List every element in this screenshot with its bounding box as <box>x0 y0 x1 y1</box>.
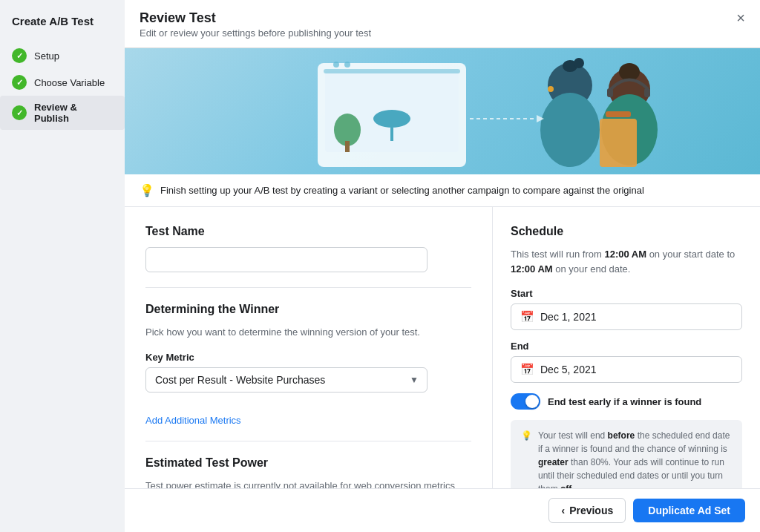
previous-button[interactable]: ‹ Previous <box>548 498 626 523</box>
toggle-row: End test early if a winner is found <box>511 393 742 410</box>
key-metric-select-wrapper: Cost per Result - Website Purchases ▼ <box>145 367 428 393</box>
test-name-title: Test Name <box>145 225 471 238</box>
sidebar-title: Create A/B Test <box>0 15 125 42</box>
svg-point-8 <box>344 62 350 68</box>
schedule-title: Schedule <box>511 225 742 238</box>
key-metric-group: Key Metric Cost per Result - Website Pur… <box>145 352 471 393</box>
test-power-section: Estimated Test Power Test power estimate… <box>145 456 471 489</box>
sidebar-item-label-setup: Setup <box>34 50 59 62</box>
calendar-icon-end: 📅 <box>520 363 534 376</box>
svg-point-4 <box>373 110 410 128</box>
toggle-label: End test early if a winner is found <box>548 396 701 407</box>
svg-rect-17 <box>600 119 637 167</box>
svg-point-15 <box>619 63 640 81</box>
winner-desc: Pick how you want to determine the winni… <box>145 325 471 340</box>
sidebar-item-label-review-publish: Review & Publish <box>34 102 113 124</box>
check-icon-choose-variable <box>12 75 27 90</box>
check-icon-review-publish <box>12 105 27 120</box>
end-date-field[interactable]: 📅 Dec 5, 2021 <box>511 356 742 383</box>
schedule-desc: This test will run from 12:00 AM on your… <box>511 247 742 276</box>
hero-illustration <box>125 48 760 174</box>
end-label: End <box>511 341 742 352</box>
right-panel: Schedule This test will run from 12:00 A… <box>493 207 760 488</box>
modal-subtitle: Edit or review your settings before publ… <box>140 27 371 39</box>
svg-point-12 <box>540 93 600 167</box>
sidebar-item-setup[interactable]: Setup <box>0 42 125 69</box>
end-early-toggle[interactable] <box>511 393 540 410</box>
schedule-info-box: 💡 Your test will end before the schedule… <box>511 420 742 488</box>
lightbulb-icon-schedule: 💡 <box>521 429 532 488</box>
svg-rect-6 <box>324 69 460 73</box>
check-icon-setup <box>12 48 27 63</box>
calendar-icon-start: 📅 <box>520 310 534 324</box>
test-power-title: Estimated Test Power <box>145 456 471 470</box>
svg-point-13 <box>548 86 554 92</box>
key-metric-label: Key Metric <box>145 352 471 363</box>
modal: Create A/B Test Setup Choose Variable Re… <box>0 0 760 532</box>
info-bar: 💡 Finish setting up your A/B test by cre… <box>125 174 760 207</box>
hero-banner <box>125 48 760 174</box>
header-text: Review Test Edit or review your settings… <box>140 10 371 39</box>
modal-footer: ‹ Previous Duplicate Ad Set <box>125 488 760 532</box>
winner-section: Determining the Winner Pick how you want… <box>145 303 471 426</box>
modal-header: Review Test Edit or review your settings… <box>125 0 760 48</box>
start-date-field[interactable]: 📅 Dec 1, 2021 <box>511 303 742 330</box>
start-label: Start <box>511 288 742 299</box>
sidebar-item-choose-variable[interactable]: Choose Variable <box>0 69 125 96</box>
end-date-value: Dec 5, 2021 <box>540 364 597 375</box>
divider-1 <box>145 287 471 288</box>
svg-point-7 <box>333 62 339 68</box>
divider-2 <box>145 441 471 441</box>
sidebar: Create A/B Test Setup Choose Variable Re… <box>0 0 125 532</box>
test-name-input[interactable]: Audience Test <box>145 247 428 272</box>
add-additional-metrics-link[interactable]: Add Additional Metrics <box>145 415 241 426</box>
svg-rect-19 <box>607 88 613 97</box>
close-button[interactable]: × <box>736 10 745 25</box>
svg-point-11 <box>574 58 584 68</box>
previous-label: Previous <box>569 505 613 516</box>
lightbulb-icon: 💡 <box>140 183 154 197</box>
start-date-value: Dec 1, 2021 <box>540 311 597 323</box>
duplicate-ad-set-button[interactable]: Duplicate Ad Set <box>633 499 745 522</box>
sidebar-item-review-publish[interactable]: Review & Publish <box>0 96 125 130</box>
modal-title: Review Test <box>140 10 371 26</box>
chevron-left-icon: ‹ <box>561 505 565 516</box>
test-power-desc: Test power estimate is currently not ava… <box>145 479 471 489</box>
left-panel: Test Name Audience Test Determining the … <box>125 207 493 488</box>
sidebar-item-label-choose-variable: Choose Variable <box>34 77 105 88</box>
content-area: Test Name Audience Test Determining the … <box>125 207 760 488</box>
winner-title: Determining the Winner <box>145 303 471 316</box>
schedule-info-text: Your test will end before the scheduled … <box>538 429 732 488</box>
svg-rect-20 <box>644 88 650 97</box>
test-name-section: Test Name Audience Test <box>145 225 471 272</box>
main-panel: Review Test Edit or review your settings… <box>125 0 760 532</box>
svg-rect-5 <box>390 128 393 141</box>
svg-rect-18 <box>606 111 631 117</box>
key-metric-select[interactable]: Cost per Result - Website Purchases <box>145 367 428 393</box>
svg-rect-3 <box>345 141 350 152</box>
info-bar-text: Finish setting up your A/B test by creat… <box>160 185 644 196</box>
